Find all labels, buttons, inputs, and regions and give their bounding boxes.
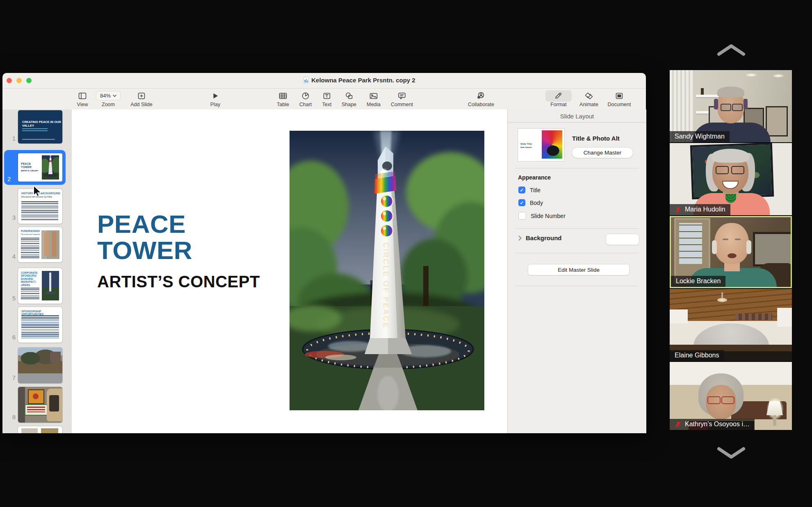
slide-thumbnail-8[interactable]: [18, 387, 62, 423]
body-checkbox-row[interactable]: ✓ Body: [518, 199, 543, 206]
slide-thumbnail-1[interactable]: CREATING PEACE IN OUR VALLEY: [18, 110, 62, 143]
wall-shelf: [696, 95, 719, 97]
add-slide-button[interactable]: Add Slide: [123, 90, 160, 107]
person-hair-side: [746, 240, 751, 254]
wood-ceiling: [670, 289, 792, 321]
play-button[interactable]: Play: [197, 90, 234, 107]
toolbar: View 84% Zoom Add Slide Play Table Chart: [2, 89, 646, 110]
muted-mic-icon: [675, 206, 682, 213]
thumb6-body-lines: [21, 315, 59, 339]
glasses: [721, 104, 731, 111]
glasses: [732, 104, 743, 111]
participant-name: Kathryn’s Osoyoos i…: [670, 419, 755, 430]
window-title: Kelowna Peace Park Prsntn. copy 2: [273, 77, 445, 84]
thumb5-title: CORPORATE SPONSORS/ DONORS/ MANUFACT-URE…: [21, 271, 41, 286]
thumb4-body-lines: [21, 238, 39, 259]
thumb4-photo: [41, 230, 59, 259]
close-window-button[interactable]: [7, 78, 12, 83]
collaborate-button[interactable]: Collaborate: [463, 90, 500, 107]
eyebrow: [735, 239, 741, 240]
lamp-base: [773, 415, 776, 426]
slide-title-block[interactable]: PEACETOWER ARTIST’S CONCEPT: [97, 211, 260, 291]
screen: Kelowna Peace Park Prsntn. copy 2 View 8…: [0, 0, 812, 507]
slide-subtitle: ARTIST’S CONCEPT: [97, 273, 260, 291]
wall-corner: [777, 308, 792, 327]
layout-thumb-title: Slide Title: [520, 143, 532, 145]
body-checkbox[interactable]: ✓: [518, 199, 525, 206]
door-window-panes: [679, 223, 702, 264]
slide-number: 6: [6, 334, 16, 341]
slide-thumbnail-6[interactable]: SPONSORSHIP OPPORTUNITIES: [18, 307, 62, 343]
thumb5-photo: [42, 271, 59, 300]
slide-number-checkbox-label: Slide Number: [531, 213, 566, 219]
thumb1-subtitle-lines: [22, 128, 48, 131]
mouse-cursor: [33, 186, 43, 197]
window-titlebar[interactable]: Kelowna Peace Park Prsntn. copy 2: [2, 73, 646, 89]
zoom-window-button[interactable]: [26, 78, 32, 83]
thumb5-body-lines: [21, 288, 39, 300]
picture-frame: [753, 232, 792, 266]
scroll-participants-up-button[interactable]: [716, 42, 747, 58]
participant-name: Sandy Wightman: [670, 131, 730, 142]
glasses: [716, 166, 729, 174]
shelf-object: [701, 88, 704, 95]
slide-number: 7: [6, 374, 16, 381]
layout-thumbnail[interactable]: Slide Title Slide Subtitle: [518, 128, 565, 161]
scroll-participants-down-button[interactable]: [716, 445, 747, 461]
collaborate-icon: [463, 90, 500, 101]
slide-canvas[interactable]: PEACETOWER ARTIST’S CONCEPT: [72, 109, 507, 433]
slide-thumbnail-5[interactable]: CORPORATE SPONSORS/ DONORS/ MANUFACT-URE…: [18, 268, 62, 304]
person-hair: [717, 86, 744, 97]
slide-number: 4: [6, 253, 16, 260]
comment-button[interactable]: Comment: [383, 90, 420, 107]
eyebrow: [723, 239, 728, 240]
video-tile-elaine-gibbons[interactable]: Elaine Gibbons: [670, 289, 792, 361]
layout-thumb-subtitle: Slide Subtitle: [520, 146, 532, 148]
zoom-control[interactable]: 84% Zoom: [90, 90, 127, 107]
slide-number-checkbox-row[interactable]: Slide Number: [518, 212, 566, 220]
document-icon: [303, 77, 309, 84]
slide-thumbnail-2[interactable]: PEACE TOWER ARTIST’S CONCEPT: [18, 153, 62, 182]
participant-name: Elaine Gibbons: [670, 350, 724, 361]
edit-master-slide-button[interactable]: Edit Master Slide: [528, 264, 630, 275]
video-tile-lockie-bracken[interactable]: Lockie Bracken: [670, 216, 792, 288]
format-selected-pill: [545, 90, 572, 102]
thumb1-footer-line: [22, 139, 55, 140]
change-master-button[interactable]: Change Master: [572, 147, 633, 158]
thumb2-tower-image: [42, 155, 59, 180]
thumb4-subtitle: Personal and Corporate: [21, 233, 40, 235]
slide-thumbnail-9-partial[interactable]: [18, 426, 62, 433]
thumb8-sign-bottom: [25, 404, 48, 416]
person-hair-top: [712, 149, 749, 163]
keynote-window: Kelowna Peace Park Prsntn. copy 2 View 8…: [2, 73, 646, 433]
slide-navigator: 1 CREATING PEACE IN OUR VALLEY 2 PEACE T…: [2, 109, 72, 433]
background-row[interactable]: Background: [518, 234, 562, 241]
disclosure-chevron-icon[interactable]: [518, 236, 522, 241]
thumb7-building: [50, 352, 61, 362]
title-checkbox-row[interactable]: ✓ Title: [518, 186, 541, 193]
video-tile-maria-hudolin[interactable]: Maria Hudolin: [670, 143, 792, 215]
slide-thumbnail-7[interactable]: [18, 348, 62, 383]
document-button[interactable]: Document: [601, 90, 638, 107]
slide-number: 5: [6, 295, 16, 302]
video-tile-kathryn[interactable]: Kathryn’s Osoyoos i…: [670, 362, 792, 430]
video-tile-sandy-wightman[interactable]: Sandy Wightman: [670, 70, 792, 142]
thumb1-title: CREATING PEACE IN OUR VALLEY: [22, 120, 62, 127]
body-checkbox-label: Body: [530, 200, 543, 206]
slide-number-checkbox[interactable]: [518, 212, 526, 220]
thumb2-title: PEACE TOWER: [21, 162, 37, 169]
light-fixture: [717, 298, 727, 302]
headphones: [744, 99, 748, 109]
thumb4-title: FUNDRAISING: [21, 230, 40, 232]
muted-mic-icon: [675, 421, 682, 428]
thumb3-body-lines: [21, 201, 58, 221]
slide-photo-peace-tower[interactable]: CIRCLE OF PEACE: [290, 131, 484, 410]
picture-frame: [766, 106, 788, 136]
background-color-well[interactable]: [606, 234, 639, 245]
minimize-window-button[interactable]: [16, 78, 22, 83]
title-checkbox[interactable]: ✓: [518, 186, 525, 193]
red-glasses: [707, 396, 721, 404]
thumb6-title: SPONSORSHIP OPPORTUNITIES: [21, 310, 62, 316]
slide-thumbnail-4[interactable]: FUNDRAISING Personal and Corporate: [18, 227, 62, 262]
headphones: [714, 99, 718, 109]
